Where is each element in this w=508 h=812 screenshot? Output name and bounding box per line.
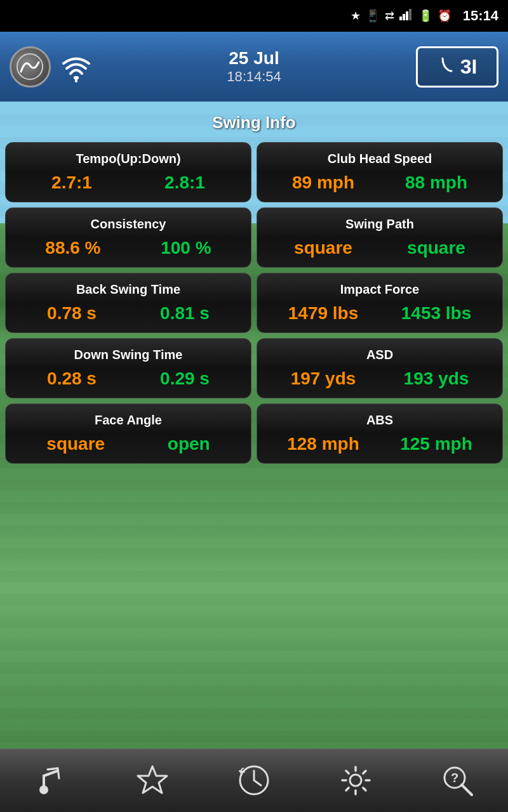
card-abs-title: ABS	[366, 413, 393, 428]
svg-line-12	[462, 785, 472, 795]
app-logo[interactable]	[10, 46, 51, 88]
svg-rect-2	[406, 11, 408, 20]
card-tempo[interactable]: Tempo(Up:Down) 2.7:1 2.8:1	[5, 142, 251, 202]
card-down-swing-time[interactable]: Down Swing Time 0.28 s 0.29 s	[5, 338, 251, 398]
club-hook-icon	[438, 56, 455, 78]
card-consistency[interactable]: Consistency 88.6 % 100 %	[5, 207, 251, 268]
card-abs[interactable]: ABS 128 mph 125 mph	[257, 403, 503, 464]
if-val2: 1453 lbs	[401, 303, 472, 324]
swing-path-val1: square	[294, 238, 352, 258]
dst-val1: 0.28 s	[47, 369, 97, 389]
page-title: Swing Info	[0, 102, 508, 142]
phone-icon: 📱	[366, 9, 380, 23]
card-swing-path-title: Swing Path	[345, 217, 414, 232]
chs-val2: 88 mph	[405, 173, 467, 193]
header: 25 Jul 18:14:54 3I	[0, 32, 508, 102]
card-tempo-title: Tempo(Up:Down)	[76, 152, 180, 166]
card-asd[interactable]: ASD 197 yds 193 yds	[257, 338, 503, 398]
bottom-nav: ?	[0, 749, 508, 812]
card-consistency-values: 88.6 % 100 %	[15, 238, 241, 258]
card-tempo-values: 2.7:1 2.8:1	[15, 173, 241, 193]
fa-val2: open	[168, 434, 210, 454]
tempo-val1: 2.7:1	[51, 173, 92, 193]
card-chs-title: Club Head Speed	[328, 152, 432, 166]
bluetooth-icon: ★	[351, 9, 361, 23]
card-bst-title: Back Swing Time	[76, 282, 180, 297]
cards-grid: Tempo(Up:Down) 2.7:1 2.8:1 Club Head Spe…	[0, 142, 508, 464]
svg-rect-3	[409, 9, 411, 20]
card-club-head-speed[interactable]: Club Head Speed 89 mph 88 mph	[257, 142, 503, 202]
status-bar: ★ 📱 ⇄ 🔋 ⏰ 15:14	[0, 0, 508, 32]
card-chs-values: 89 mph 88 mph	[267, 173, 493, 193]
card-dst-title: Down Swing Time	[74, 348, 183, 362]
club-label: 3I	[460, 55, 478, 79]
nav-swing-button[interactable]	[25, 756, 76, 806]
card-bst-values: 0.78 s 0.81 s	[15, 303, 241, 324]
if-val1: 1479 lbs	[288, 303, 359, 324]
main-content: Swing Info Tempo(Up:Down) 2.7:1 2.8:1 Cl…	[0, 102, 508, 464]
card-impact-force[interactable]: Impact Force 1479 lbs 1453 lbs	[257, 273, 503, 333]
alarm-icon: ⏰	[438, 9, 451, 23]
card-consistency-title: Consistency	[91, 217, 166, 232]
tempo-val2: 2.8:1	[164, 173, 205, 193]
svg-text:?: ?	[451, 771, 458, 785]
card-asd-title: ASD	[366, 348, 393, 362]
battery-icon: 🔋	[418, 9, 432, 23]
nav-favorites-button[interactable]	[127, 756, 178, 806]
status-icons: ★ 📱 ⇄ 🔋 ⏰ 15:14	[351, 8, 498, 24]
club-selector[interactable]: 3I	[416, 46, 498, 88]
status-time: 15:14	[463, 8, 498, 24]
header-left	[10, 46, 92, 88]
asd-val1: 197 yds	[291, 369, 356, 389]
svg-point-7	[39, 785, 48, 794]
fa-val1: square	[46, 434, 105, 454]
card-asd-values: 197 yds 193 yds	[267, 369, 493, 389]
bst-val1: 0.78 s	[47, 303, 97, 324]
svg-point-10	[350, 775, 361, 786]
card-dst-values: 0.28 s 0.29 s	[15, 369, 241, 389]
swing-path-val2: square	[407, 238, 465, 258]
nav-history-button[interactable]	[229, 756, 279, 806]
signal-icon	[399, 9, 413, 23]
card-if-values: 1479 lbs 1453 lbs	[267, 303, 493, 324]
card-face-angle[interactable]: Face Angle square open	[5, 403, 251, 464]
abs-val2: 125 mph	[400, 434, 472, 454]
asd-val2: 193 yds	[404, 369, 469, 389]
card-fa-values: square open	[15, 434, 241, 454]
card-if-title: Impact Force	[340, 282, 419, 297]
bst-val2: 0.81 s	[160, 303, 210, 324]
consistency-val1: 88.6 %	[45, 238, 100, 258]
svg-rect-6	[74, 76, 79, 79]
header-date: 25 Jul	[92, 48, 416, 69]
nav-help-button[interactable]: ?	[432, 756, 483, 806]
card-fa-title: Face Angle	[95, 413, 162, 428]
header-time: 18:14:54	[92, 69, 416, 85]
card-swing-path-values: square square	[267, 238, 493, 258]
svg-marker-8	[138, 766, 167, 793]
card-abs-values: 128 mph 125 mph	[267, 434, 493, 454]
card-swing-path[interactable]: Swing Path square square	[257, 207, 503, 268]
sync-icon: ⇄	[385, 9, 394, 23]
svg-rect-0	[399, 16, 402, 20]
dst-val2: 0.29 s	[160, 369, 210, 389]
header-center: 25 Jul 18:14:54	[92, 48, 416, 85]
svg-rect-1	[403, 14, 405, 20]
abs-val1: 128 mph	[287, 434, 359, 454]
wifi-signal-icon	[60, 51, 92, 82]
nav-settings-button[interactable]	[330, 756, 381, 806]
card-back-swing-time[interactable]: Back Swing Time 0.78 s 0.81 s	[5, 273, 251, 333]
chs-val1: 89 mph	[292, 173, 354, 193]
consistency-val2: 100 %	[161, 238, 211, 258]
